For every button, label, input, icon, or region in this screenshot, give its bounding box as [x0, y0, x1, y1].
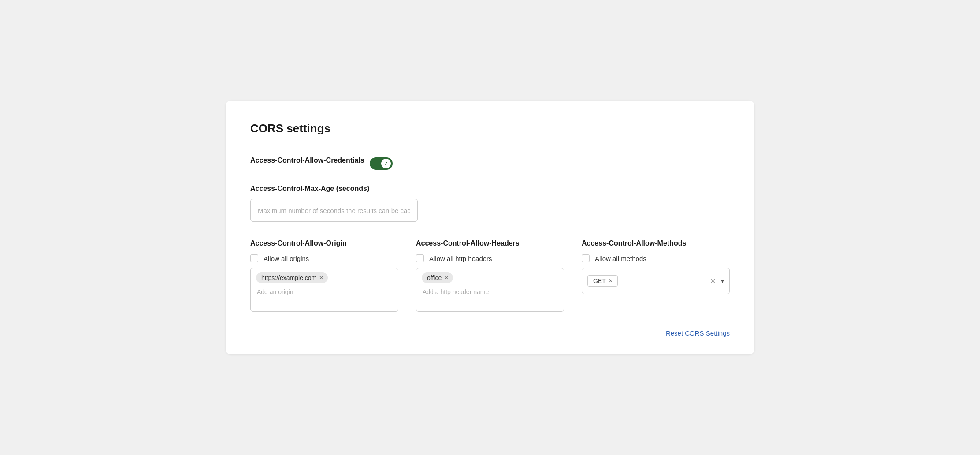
origin-tag-box[interactable]: https://example.com ✕ Add an origin [250, 268, 398, 312]
headers-tag-value: office [427, 274, 442, 281]
origin-tags-row: https://example.com ✕ [256, 272, 393, 283]
methods-dropdown-icon[interactable]: ▾ [721, 277, 724, 284]
headers-allow-all-checkbox[interactable] [416, 254, 424, 262]
cors-settings-card: CORS settings Access-Control-Allow-Crede… [226, 101, 754, 354]
origin-tag-value: https://example.com [261, 274, 316, 281]
methods-column: Access-Control-Allow-Methods Allow all m… [582, 239, 730, 312]
origin-input-placeholder[interactable]: Add an origin [256, 287, 393, 297]
credentials-section: Access-Control-Allow-Credentials ✓ [250, 157, 730, 171]
origin-tag-remove[interactable]: ✕ [319, 275, 323, 280]
methods-clear-icon[interactable]: ✕ [710, 277, 716, 285]
credentials-toggle[interactable]: ✓ [370, 157, 393, 170]
origin-title: Access-Control-Allow-Origin [250, 239, 398, 247]
toggle-track: ✓ [370, 157, 393, 170]
max-age-label: Access-Control-Max-Age (seconds) [250, 185, 730, 193]
origin-column: Access-Control-Allow-Origin Allow all or… [250, 239, 398, 312]
methods-controls: ✕ ▾ [710, 277, 724, 285]
headers-tags-row: office ✕ [422, 272, 558, 283]
methods-checkbox-row: Allow all methods [582, 254, 730, 262]
methods-allow-all-label: Allow all methods [595, 255, 646, 262]
headers-tag: office ✕ [422, 272, 453, 283]
credentials-toggle-row: Access-Control-Allow-Credentials ✓ [250, 157, 730, 171]
methods-tags-left: GET ✕ [587, 275, 710, 287]
toggle-check-icon: ✓ [384, 161, 388, 167]
headers-checkbox-row: Allow all http headers [416, 254, 564, 262]
reset-link-row: Reset CORS Settings [250, 329, 730, 337]
max-age-section: Access-Control-Max-Age (seconds) [250, 185, 730, 222]
headers-column: Access-Control-Allow-Headers Allow all h… [416, 239, 564, 312]
max-age-input[interactable] [250, 199, 418, 222]
credentials-label: Access-Control-Allow-Credentials [250, 157, 364, 164]
three-columns-section: Access-Control-Allow-Origin Allow all or… [250, 239, 730, 312]
methods-tag-remove[interactable]: ✕ [609, 278, 613, 283]
methods-tag-box[interactable]: GET ✕ ✕ ▾ [582, 268, 730, 294]
headers-input-placeholder[interactable]: Add a http header name [422, 287, 558, 297]
origin-allow-all-label: Allow all origins [264, 255, 309, 262]
origin-checkbox-row: Allow all origins [250, 254, 398, 262]
headers-tag-remove[interactable]: ✕ [444, 275, 449, 280]
page-title: CORS settings [250, 122, 730, 135]
methods-tag-value: GET [593, 277, 606, 284]
origin-tag: https://example.com ✕ [256, 272, 328, 283]
methods-title: Access-Control-Allow-Methods [582, 239, 730, 247]
reset-cors-link[interactable]: Reset CORS Settings [666, 329, 730, 337]
methods-allow-all-checkbox[interactable] [582, 254, 590, 262]
origin-allow-all-checkbox[interactable] [250, 254, 258, 262]
toggle-thumb: ✓ [381, 159, 391, 168]
headers-title: Access-Control-Allow-Headers [416, 239, 564, 247]
headers-allow-all-label: Allow all http headers [429, 255, 492, 262]
methods-tag-get: GET ✕ [587, 275, 618, 287]
headers-tag-box[interactable]: office ✕ Add a http header name [416, 268, 564, 312]
